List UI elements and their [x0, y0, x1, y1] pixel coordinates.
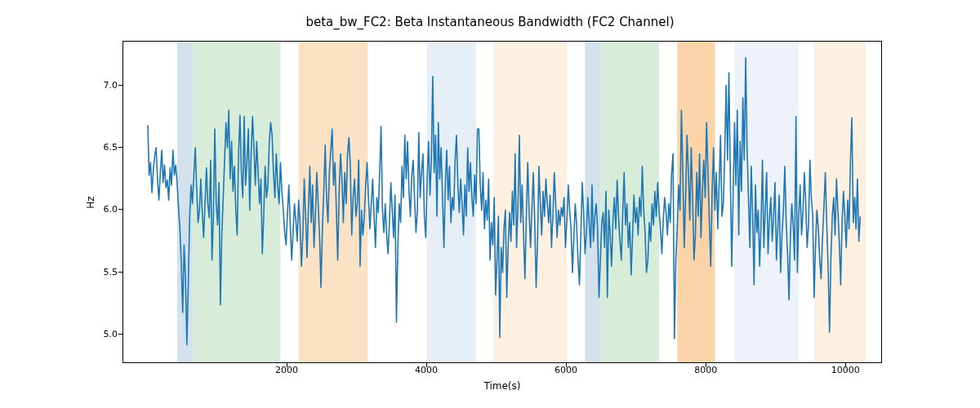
y-tick-mark [118, 147, 122, 148]
y-tick-mark [118, 209, 122, 210]
x-tick-mark [426, 363, 427, 367]
x-tick-mark [845, 363, 846, 367]
highlight-band [600, 42, 659, 362]
x-tick-mark [706, 363, 706, 367]
y-tick-label: 6.5 [85, 141, 118, 152]
x-tick-mark [287, 363, 287, 367]
y-tick-label: 5.5 [85, 266, 118, 277]
plot-area [122, 41, 882, 363]
plot-svg [123, 42, 881, 362]
y-tick-label: 5.0 [85, 329, 118, 339]
y-tick-mark [118, 334, 122, 335]
chart-title: beta_bw_FC2: Beta Instantaneous Bandwidt… [0, 15, 980, 29]
x-tick-mark [566, 363, 567, 367]
figure: beta_bw_FC2: Beta Instantaneous Bandwidt… [0, 0, 980, 408]
x-axis-label: Time(s) [122, 380, 882, 392]
y-tick-mark [118, 85, 122, 86]
y-tick-mark [118, 272, 122, 273]
y-tick-label: 6.0 [85, 204, 118, 215]
y-tick-label: 7.0 [85, 79, 118, 90]
